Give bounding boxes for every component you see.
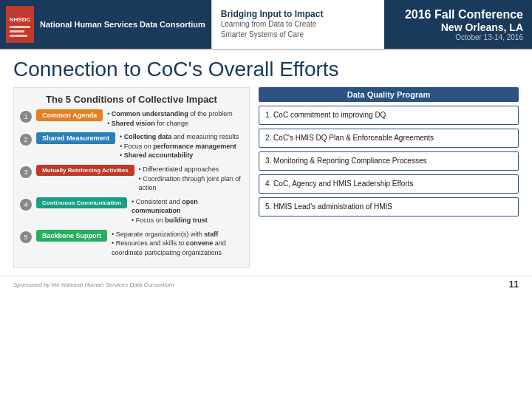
conference-city: New Orleans, LA [441, 21, 523, 33]
dq-item-3: 3. Monitoring & Reporting Compliance Pro… [259, 151, 519, 171]
condition-badge-5: Backbone Support [36, 230, 107, 242]
svg-rect-4 [10, 35, 27, 37]
condition-num-5: 5 [20, 231, 32, 243]
main-content: Connection to CoC's Overall Efforts The … [0, 50, 532, 273]
condition-5: 5 Backbone Support • Separate organizati… [20, 230, 243, 258]
page-footer: Sponsored by the National Human Services… [0, 276, 532, 293]
condition-bullets-1: • Common understanding of the problem • … [107, 109, 233, 128]
condition-bullets-3: • Differentiated approaches • Coordinati… [139, 165, 243, 193]
condition-bullets-2: • Collecting data and measuring results … [120, 132, 239, 160]
org-name: National Human Services Data Consortium [40, 19, 205, 30]
condition-bullets-4: • Consistent and open communication • Fo… [132, 197, 243, 225]
condition-1: 1 Common Agenda • Common understanding o… [20, 109, 243, 128]
dq-item-4: 4. CoC, Agency and HMIS Leadership Effor… [259, 174, 519, 194]
condition-4: 4 Continuous Communication • Consistent … [20, 197, 243, 225]
condition-badge-3: Mutually Reinforcing Activities [36, 165, 134, 176]
condition-bullets-5: • Separate organization(s) with staff • … [112, 230, 243, 258]
content-area: The 5 Conditions of Collective Impact 1 … [13, 87, 519, 268]
conference-dates: October 13-14, 2016 [455, 33, 523, 41]
dq-item-2: 2. CoC's HMIS DQ Plan & Enforceable Agre… [259, 129, 519, 148]
sponsor-text: Sponsored by the National Human Services… [13, 282, 174, 288]
svg-text:NHSDC: NHSDC [10, 16, 31, 23]
condition-num-2: 2 [20, 134, 32, 146]
dq-item-5: 5. HMIS Lead's administration of HMIS [259, 197, 519, 216]
svg-rect-2 [10, 26, 30, 28]
condition-badge-4: Continuous Communication [36, 197, 127, 208]
condition-num-3: 3 [20, 166, 32, 178]
bridge-line1: Learning from Data to Create [221, 19, 375, 30]
dq-panel: Data Quality Program 1. CoC commitment t… [259, 87, 519, 268]
dq-panel-header: Data Quality Program [259, 87, 519, 102]
condition-badge-2: Shared Measurement [36, 132, 115, 144]
condition-num-1: 1 [20, 111, 32, 123]
dq-item-1: 1. CoC commitment to improving DQ [259, 106, 519, 125]
condition-num-4: 4 [20, 199, 32, 211]
page-title: Connection to CoC's Overall Efforts [13, 58, 519, 81]
condition-badge-1: Common Agenda [36, 109, 103, 121]
nhsdc-logo-icon: NHSDC [6, 6, 34, 43]
bridge-line2: Smarter Systems of Care [221, 30, 375, 40]
conditions-panel: The 5 Conditions of Collective Impact 1 … [13, 87, 250, 268]
condition-3: 3 Mutually Reinforcing Activities • Diff… [20, 165, 243, 193]
conditions-panel-title: The 5 Conditions of Collective Impact [20, 94, 243, 105]
logo-section: NHSDC National Human Services Data Conso… [0, 0, 211, 49]
condition-2: 2 Shared Measurement • Collecting data a… [20, 132, 243, 160]
conference-info: 2016 Fall Conference New Orleans, LA Oct… [384, 0, 532, 49]
svg-rect-3 [10, 30, 24, 33]
conference-tagline: Bridging Input to Impact Learning from D… [211, 0, 384, 49]
page-header: NHSDC National Human Services Data Conso… [0, 0, 532, 50]
org-name-text: National Human Services Data Consortium [40, 19, 205, 30]
page-number: 11 [509, 279, 519, 290]
bridge-title: Bridging Input to Impact [221, 9, 375, 19]
conference-title: 2016 Fall Conference [405, 8, 523, 21]
